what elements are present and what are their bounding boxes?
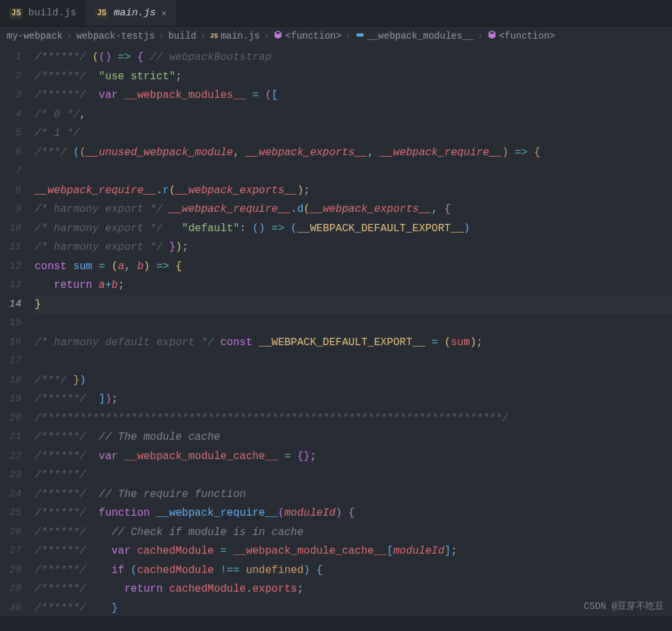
code-line[interactable]: /******/ (35, 466, 672, 485)
chevron-right-icon: › (159, 31, 164, 41)
line-number: 1 (9, 48, 21, 67)
line-number: 22 (9, 447, 21, 466)
chevron-right-icon: › (345, 31, 351, 41)
breadcrumb-label: my-webpack (7, 31, 63, 41)
code-line[interactable]: return a+b; (35, 276, 672, 295)
function-icon (273, 30, 285, 42)
breadcrumb-item[interactable]: my-webpack (7, 31, 63, 41)
code-line[interactable]: /***************************************… (35, 409, 672, 428)
breadcrumb-label: __webpack_modules__ (367, 31, 474, 41)
code-line[interactable]: /* harmony export */ }); (35, 238, 672, 257)
code-line[interactable]: /***/ }) (35, 371, 672, 390)
line-number: 8 (9, 181, 21, 201)
js-file-icon: JS (95, 8, 108, 19)
code-line[interactable]: /***/ ((__unused_webpack_module, __webpa… (35, 143, 672, 163)
svg-rect-0 (356, 33, 363, 36)
chevron-right-icon: › (67, 31, 72, 41)
code-line[interactable]: /******/ "use strict"; (35, 67, 672, 87)
code-line[interactable]: /* harmony export */ "default": () => (_… (35, 219, 672, 239)
breadcrumb-item[interactable]: <function> (273, 30, 341, 42)
code-line[interactable]: /******/ if (cachedModule !== undefined)… (35, 561, 672, 580)
code-line[interactable]: /* harmony export */ __webpack_require__… (35, 200, 672, 219)
code-line[interactable]: /******/ return cachedModule.exports; (35, 580, 672, 599)
code-area[interactable]: /******/ (() => { // webpackBootstrap/**… (33, 45, 672, 616)
line-number: 13 (9, 276, 21, 295)
breadcrumb[interactable]: my-webpack›webpack-testjs›build›JSmain.j… (0, 27, 672, 45)
line-number: 25 (9, 504, 21, 523)
status-bar (0, 616, 672, 631)
line-number-gutter: 1234567891011121314151617181920212223242… (0, 45, 33, 616)
tab-label: main.js (114, 7, 156, 19)
tab-label: build.js (28, 7, 76, 19)
code-line[interactable] (35, 314, 672, 333)
tab-build-js[interactable]: JSbuild.js (0, 0, 85, 26)
line-number: 17 (9, 352, 21, 371)
code-line[interactable]: /******/ // The require function (35, 485, 672, 504)
line-number: 28 (9, 561, 21, 580)
code-line[interactable]: /******/ var __webpack_modules__ = ([ (35, 86, 672, 105)
line-number: 24 (9, 485, 21, 504)
code-line[interactable]: } (35, 295, 672, 315)
code-line[interactable]: /******/ ]); (35, 390, 672, 409)
line-number: 2 (9, 67, 21, 87)
code-line[interactable]: const sum = (a, b) => { (35, 257, 672, 277)
line-number: 15 (9, 314, 21, 333)
breadcrumb-item[interactable]: webpack-testjs (76, 31, 155, 41)
line-number: 26 (9, 523, 21, 542)
line-number: 29 (9, 580, 21, 599)
editor[interactable]: 1234567891011121314151617181920212223242… (0, 45, 672, 616)
close-icon[interactable]: ✕ (161, 7, 167, 19)
code-line[interactable]: /******/ (() => { // webpackBootstrap (35, 48, 672, 67)
chevron-right-icon: › (477, 31, 483, 41)
chevron-right-icon: › (264, 31, 269, 41)
line-number: 12 (9, 257, 21, 277)
code-line[interactable]: /* harmony default export */ const __WEB… (35, 333, 672, 352)
line-number: 9 (9, 200, 21, 219)
line-number: 11 (9, 238, 21, 257)
line-number: 10 (9, 219, 21, 239)
tab-bar: JSbuild.jsJSmain.js✕ (0, 0, 672, 27)
line-number: 16 (9, 333, 21, 352)
js-file-icon: JS (210, 33, 218, 40)
line-number: 6 (9, 143, 21, 163)
code-line[interactable]: /* 1 */ (35, 124, 672, 143)
breadcrumb-label: build (168, 31, 196, 41)
line-number: 14 (9, 295, 21, 315)
js-file-icon: JS (9, 8, 23, 19)
line-number: 30 (9, 599, 21, 617)
code-line[interactable] (35, 162, 672, 181)
tab-main-js[interactable]: JSmain.js✕ (85, 0, 176, 26)
code-line[interactable]: __webpack_require__.r(__webpack_exports_… (35, 181, 672, 201)
field-icon (355, 30, 367, 42)
line-number: 7 (9, 162, 21, 181)
chevron-right-icon: › (200, 31, 205, 41)
breadcrumb-item[interactable]: JSmain.js (210, 31, 260, 41)
code-line[interactable] (35, 352, 672, 371)
breadcrumb-label: webpack-testjs (76, 31, 155, 41)
breadcrumb-item[interactable]: build (168, 31, 196, 41)
line-number: 4 (9, 105, 21, 125)
breadcrumb-label: <function> (499, 31, 555, 41)
line-number: 5 (9, 124, 21, 143)
line-number: 18 (9, 371, 21, 390)
code-line[interactable]: /******/ // The module cache (35, 428, 672, 447)
line-number: 20 (9, 409, 21, 428)
code-line[interactable]: /* 0 */, (35, 105, 672, 125)
code-line[interactable]: /******/ function __webpack_require__(mo… (35, 504, 672, 523)
breadcrumb-label: main.js (221, 31, 260, 41)
function-icon (487, 30, 499, 42)
line-number: 27 (9, 542, 21, 561)
line-number: 3 (9, 86, 21, 105)
line-number: 19 (9, 390, 21, 409)
watermark: CSDN @豆芽不吃豆 (584, 600, 664, 612)
code-line[interactable]: /******/ // Check if module is in cache (35, 523, 672, 542)
line-number: 21 (9, 428, 21, 447)
breadcrumb-item[interactable]: <function> (487, 30, 555, 42)
breadcrumb-item[interactable]: __webpack_modules__ (355, 30, 474, 42)
code-line[interactable]: /******/ var cachedModule = __webpack_mo… (35, 542, 672, 561)
line-number: 23 (9, 466, 21, 485)
breadcrumb-label: <function> (285, 31, 341, 41)
code-line[interactable]: /******/ } (35, 599, 672, 617)
code-line[interactable]: /******/ var __webpack_module_cache__ = … (35, 447, 672, 466)
